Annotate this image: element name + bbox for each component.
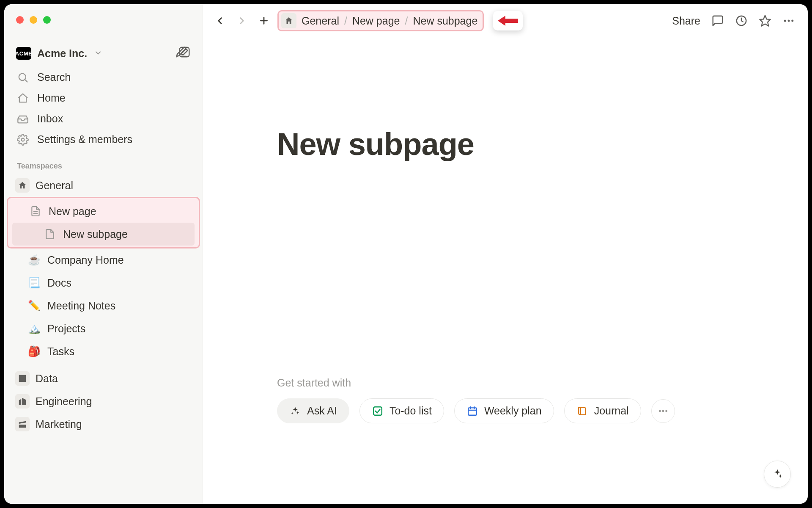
sidebar-page-projects[interactable]: 🏔️ Projects	[4, 317, 203, 340]
sidebar-item-label: Search	[37, 71, 71, 83]
workspace-badge: ACME	[16, 47, 31, 60]
sidebar-item-label: Tasks	[47, 345, 74, 358]
chevron-down-icon	[94, 47, 102, 60]
minimize-window-button[interactable]	[30, 16, 37, 24]
gear-icon	[16, 134, 30, 146]
sidebar-item-inbox[interactable]: Inbox	[4, 108, 203, 129]
sidebar-item-label: Home	[37, 92, 66, 104]
breadcrumb-separator: /	[405, 15, 408, 27]
calendar-icon	[466, 405, 478, 417]
sidebar-item-label: Engineering	[36, 395, 92, 408]
sidebar: ACME Acme Inc. Search Home	[4, 4, 203, 504]
sidebar-item-search[interactable]: Search	[4, 67, 203, 88]
favorite-icon[interactable]	[759, 14, 771, 27]
svg-point-14	[791, 20, 793, 22]
sidebar-page-new-subpage[interactable]: New subpage	[12, 223, 195, 246]
sidebar-item-label: Docs	[47, 277, 71, 289]
sidebar-item-label: New subpage	[63, 228, 128, 240]
breadcrumb-home-icon[interactable]	[281, 13, 296, 28]
breadcrumb-item-new-subpage[interactable]: New subpage	[413, 15, 477, 27]
inbox-icon	[16, 113, 30, 125]
ai-fab-button[interactable]	[764, 461, 791, 488]
breadcrumb-item-general[interactable]: General	[302, 15, 339, 27]
new-tab-button[interactable]	[255, 12, 272, 29]
svg-point-22	[662, 410, 664, 412]
fullscreen-window-button[interactable]	[43, 16, 51, 24]
svg-rect-15	[373, 407, 382, 415]
more-icon[interactable]	[782, 14, 795, 27]
comments-icon[interactable]	[711, 14, 724, 27]
mountain-icon: 🏔️	[27, 321, 41, 336]
sidebar-page-new-page[interactable]: New page	[8, 200, 199, 223]
svg-line-3	[25, 80, 27, 82]
sidebar-page-engineering[interactable]: Engineering	[4, 390, 203, 413]
svg-rect-16	[468, 408, 477, 415]
annotation-arrow-icon	[493, 11, 523, 30]
page-title[interactable]: New subpage	[277, 126, 808, 162]
compose-icon[interactable]	[175, 46, 191, 61]
search-icon	[16, 72, 30, 83]
sidebar-page-data[interactable]: Data	[4, 367, 203, 390]
sidebar-item-label: Meeting Notes	[47, 300, 115, 312]
sidebar-item-label: Settings & members	[37, 133, 132, 146]
sidebar-item-label: Projects	[47, 323, 85, 335]
sparkle-icon	[289, 405, 301, 417]
svg-point-21	[659, 410, 661, 412]
sidebar-page-tasks[interactable]: 🎒 Tasks	[4, 340, 203, 363]
sidebar-item-label: Marketing	[36, 418, 82, 431]
get-started-label: Get started with	[277, 377, 675, 389]
scroll-icon: 📃	[27, 276, 41, 290]
svg-point-2	[19, 73, 26, 80]
coffee-icon: ☕	[27, 253, 41, 267]
clapper-icon	[15, 417, 30, 431]
backpack-icon: 🎒	[27, 344, 41, 359]
svg-point-4	[22, 138, 25, 141]
close-window-button[interactable]	[16, 16, 24, 24]
sidebar-item-label: New page	[49, 205, 96, 218]
svg-rect-1	[180, 47, 189, 57]
building-icon	[15, 394, 30, 409]
todo-list-button[interactable]: To-do list	[359, 398, 444, 423]
breadcrumb-item-new-page[interactable]: New page	[352, 15, 400, 27]
sidebar-highlight-group: New page New subpage	[7, 197, 200, 248]
checkbox-icon	[372, 405, 384, 417]
svg-point-13	[788, 20, 790, 22]
sidebar-page-company-home[interactable]: ☕ Company Home	[4, 248, 203, 271]
share-button[interactable]: Share	[672, 15, 700, 27]
sidebar-page-meeting-notes[interactable]: ✏️ Meeting Notes	[4, 294, 203, 317]
sidebar-section-teamspaces: Teamspaces	[4, 152, 203, 174]
sidebar-page-docs[interactable]: 📃 Docs	[4, 271, 203, 294]
window-traffic-lights[interactable]	[16, 16, 51, 24]
more-templates-button[interactable]	[651, 399, 675, 423]
updates-icon[interactable]	[735, 14, 748, 27]
breadcrumb-separator: /	[344, 15, 347, 27]
sidebar-item-settings[interactable]: Settings & members	[4, 129, 203, 150]
page-icon	[43, 227, 57, 241]
workspace-switcher[interactable]: ACME Acme Inc.	[4, 42, 203, 64]
get-started-panel: Get started with Ask AI To-do list	[277, 377, 675, 423]
nav-back-button[interactable]	[211, 12, 228, 29]
svg-point-12	[784, 20, 786, 22]
home-icon	[16, 92, 30, 104]
pill-label: Ask AI	[307, 405, 337, 417]
weekly-plan-button[interactable]: Weekly plan	[454, 398, 554, 423]
sidebar-item-home[interactable]: Home	[4, 88, 203, 108]
topbar: General / New page / New subpage Share	[203, 4, 808, 37]
svg-marker-11	[760, 16, 771, 26]
page-icon	[28, 204, 43, 218]
nav-forward-button[interactable]	[233, 12, 250, 29]
main-area: General / New page / New subpage Share	[203, 4, 808, 504]
sidebar-page-general[interactable]: General	[4, 174, 203, 197]
sidebar-item-label: Inbox	[37, 113, 63, 125]
page-content: New subpage Get started with Ask AI	[203, 37, 808, 504]
sidebar-item-label: Data	[36, 373, 58, 385]
pencil-icon: ✏️	[27, 298, 41, 313]
book-icon	[576, 405, 588, 417]
sidebar-page-marketing[interactable]: Marketing	[4, 413, 203, 436]
chart-icon	[15, 371, 30, 386]
house-icon	[15, 178, 30, 193]
pill-label: Journal	[594, 405, 629, 417]
journal-button[interactable]: Journal	[564, 398, 641, 423]
svg-marker-9	[498, 16, 518, 26]
ask-ai-button[interactable]: Ask AI	[277, 398, 349, 423]
